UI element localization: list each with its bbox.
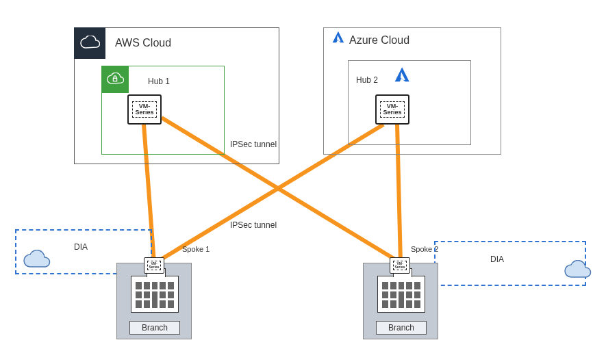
branch2-building-icon bbox=[377, 276, 425, 313]
branch1-vm-series-node: VM-Series bbox=[144, 257, 164, 274]
branch1-box: Branch bbox=[116, 263, 192, 339]
hub1-vm-series-node: VM-Series bbox=[127, 94, 162, 125]
branch2-label: Branch bbox=[376, 321, 427, 335]
ipsec-tunnel-label-lower: IPSec tunnel bbox=[230, 220, 277, 230]
azure-cloud-title: Azure Cloud bbox=[349, 34, 409, 47]
dia-cloud-icon-left bbox=[21, 250, 52, 272]
branch1-label: Branch bbox=[129, 321, 180, 335]
svg-rect-4 bbox=[113, 78, 116, 81]
hub2-azure-icon bbox=[390, 66, 412, 85]
branch2-box: Branch bbox=[363, 263, 438, 339]
ipsec-tunnel-label-upper: IPSec tunnel bbox=[230, 140, 277, 149]
branch2-vm-series-node: VM-Series bbox=[390, 257, 410, 274]
aws-cloud-icon bbox=[74, 27, 105, 59]
hub1-vm-label-2: Series bbox=[135, 109, 153, 116]
hub2-title: Hub 2 bbox=[356, 75, 378, 85]
aws-cloud-title: AWS Cloud bbox=[115, 37, 171, 49]
branch2-vm-label-2: Series bbox=[394, 265, 405, 269]
dia-label-right: DIA bbox=[490, 255, 504, 264]
azure-icon bbox=[330, 30, 345, 45]
hub2-vm-label-2: Series bbox=[383, 109, 401, 116]
branch1-building-icon bbox=[131, 276, 179, 313]
dia-cloud-icon-right bbox=[561, 260, 593, 283]
hub1-cloud-lock-icon bbox=[101, 66, 129, 93]
dia-label-left: DIA bbox=[74, 242, 88, 252]
hub2-vm-series-node: VM-Series bbox=[375, 94, 409, 125]
spoke1-label: Spoke 1 bbox=[182, 245, 210, 253]
branch1-vm-label-2: Series bbox=[149, 265, 159, 269]
hub1-title: Hub 1 bbox=[148, 77, 170, 86]
diagram-canvas: AWS Cloud Hub 1 VM-Series Azure Cloud Hu… bbox=[0, 0, 606, 364]
